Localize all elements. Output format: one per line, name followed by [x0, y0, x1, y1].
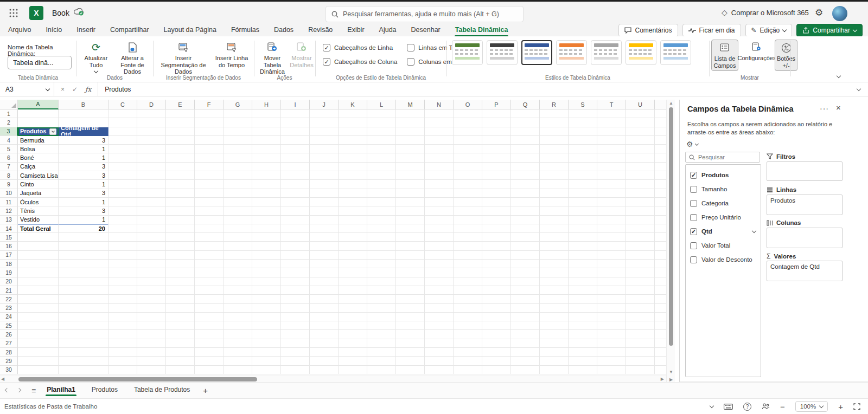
scroll-right-corner-icon[interactable]: ▶: [669, 377, 673, 382]
zoom-level-selector[interactable]: 100%: [795, 401, 828, 412]
cell-C25[interactable]: [108, 321, 137, 330]
cell-U26[interactable]: [626, 330, 655, 339]
cell-Q25[interactable]: [511, 321, 540, 330]
cell-S11[interactable]: [569, 198, 597, 206]
cell-R9[interactable]: [540, 180, 569, 189]
settings-button[interactable]: Configurações: [740, 40, 774, 63]
cell-G18[interactable]: [224, 260, 252, 268]
row-header-27[interactable]: 27: [0, 339, 18, 348]
cell-E17[interactable]: [166, 251, 195, 260]
cell-J15[interactable]: [310, 233, 339, 242]
cell-Q30[interactable]: [511, 366, 540, 374]
cell-G2[interactable]: [224, 118, 252, 127]
columns-area-box[interactable]: [767, 228, 843, 248]
cell-M12[interactable]: [396, 206, 425, 215]
cell-O17[interactable]: [454, 251, 482, 260]
cell-E5[interactable]: [166, 145, 195, 153]
cell-D1[interactable]: [137, 109, 166, 118]
cell-G10[interactable]: [224, 189, 252, 198]
cell-D18[interactable]: [137, 260, 166, 268]
cell-R16[interactable]: [540, 242, 569, 250]
cell-U20[interactable]: [626, 277, 655, 286]
cancel-entry-icon[interactable]: ×: [61, 86, 65, 93]
keyboard-icon[interactable]: [724, 404, 733, 410]
cell-M13[interactable]: [396, 216, 425, 224]
column-header-h[interactable]: H: [252, 100, 281, 109]
cell-A28[interactable]: [18, 348, 59, 357]
cell-N5[interactable]: [425, 145, 454, 153]
cell-F19[interactable]: [195, 268, 224, 277]
cell-P15[interactable]: [482, 233, 511, 242]
cell-Q22[interactable]: [511, 295, 540, 303]
cell-C17[interactable]: [108, 251, 137, 260]
cell-T2[interactable]: [597, 118, 626, 127]
cell-E8[interactable]: [166, 171, 195, 180]
cell-I25[interactable]: [281, 321, 310, 330]
column-header-m[interactable]: M: [396, 100, 425, 109]
cell-R14[interactable]: [540, 224, 569, 233]
cell-M17[interactable]: [396, 251, 425, 260]
pivot-grand-total-label[interactable]: Total Geral: [18, 224, 59, 233]
cell-P30[interactable]: [482, 366, 511, 374]
cell-I17[interactable]: [281, 251, 310, 260]
cell-N9[interactable]: [425, 180, 454, 189]
cell-R28[interactable]: [540, 348, 569, 357]
cell-G11[interactable]: [224, 198, 252, 206]
cell-M26[interactable]: [396, 330, 425, 339]
cell-K28[interactable]: [339, 348, 367, 357]
cell-I6[interactable]: [281, 153, 310, 162]
cell-U15[interactable]: [626, 233, 655, 242]
cell-P11[interactable]: [482, 198, 511, 206]
cell-P10[interactable]: [482, 189, 511, 198]
cell-L26[interactable]: [367, 330, 396, 339]
cell-U27[interactable]: [626, 339, 655, 348]
cell-K25[interactable]: [339, 321, 367, 330]
cell-S9[interactable]: [569, 180, 597, 189]
cell-F5[interactable]: [195, 145, 224, 153]
cell-F4[interactable]: [195, 136, 224, 145]
cell-N1[interactable]: [425, 109, 454, 118]
cell-D10[interactable]: [137, 189, 166, 198]
cell-G27[interactable]: [224, 339, 252, 348]
row-header-4[interactable]: 4: [0, 136, 18, 145]
cell-H15[interactable]: [252, 233, 281, 242]
cell-Q13[interactable]: [511, 216, 540, 224]
cell-E7[interactable]: [166, 163, 195, 171]
cell-S26[interactable]: [569, 330, 597, 339]
cell-I10[interactable]: [281, 189, 310, 198]
cell-J13[interactable]: [310, 216, 339, 224]
cell-T5[interactable]: [597, 145, 626, 153]
cell-F26[interactable]: [195, 330, 224, 339]
cell-D16[interactable]: [137, 242, 166, 250]
cell-O2[interactable]: [454, 118, 482, 127]
cell-O22[interactable]: [454, 295, 482, 303]
cell-C6[interactable]: [108, 153, 137, 162]
cell-F11[interactable]: [195, 198, 224, 206]
cell-L27[interactable]: [367, 339, 396, 348]
cell-J11[interactable]: [310, 198, 339, 206]
cell-V8[interactable]: [655, 171, 666, 180]
row-header-10[interactable]: 10: [0, 189, 18, 198]
cell-L9[interactable]: [367, 180, 396, 189]
cell-V26[interactable]: [655, 330, 666, 339]
cell-O3[interactable]: [454, 127, 482, 136]
cell-G28[interactable]: [224, 348, 252, 357]
cell-F30[interactable]: [195, 366, 224, 374]
vertical-scrollbar-thumb[interactable]: [669, 107, 673, 346]
cell-B27[interactable]: [59, 339, 108, 348]
cell-T29[interactable]: [597, 357, 626, 365]
cell-V14[interactable]: [655, 224, 666, 233]
cell-H6[interactable]: [252, 153, 281, 162]
cell-L30[interactable]: [367, 366, 396, 374]
cell-A22[interactable]: [18, 295, 59, 303]
cell-K23[interactable]: [339, 304, 367, 313]
cell-E2[interactable]: [166, 118, 195, 127]
settings-gear-icon[interactable]: ⚙: [815, 7, 823, 18]
cell-Q7[interactable]: [511, 163, 540, 171]
cell-F8[interactable]: [195, 171, 224, 180]
cell-L2[interactable]: [367, 118, 396, 127]
cell-Q11[interactable]: [511, 198, 540, 206]
cell-R6[interactable]: [540, 153, 569, 162]
cell-I12[interactable]: [281, 206, 310, 215]
cell-K9[interactable]: [339, 180, 367, 189]
